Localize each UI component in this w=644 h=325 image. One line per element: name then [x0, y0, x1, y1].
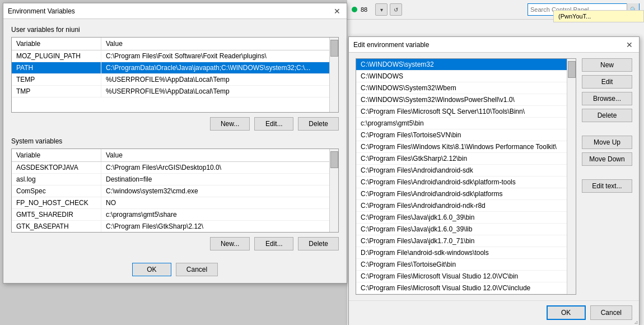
table-row[interactable]: TMP %USERPROFILE%\AppData\Local\Temp [12, 86, 329, 97]
user-edit-button[interactable]: Edit... [254, 117, 293, 131]
path-list-item[interactable]: C:\Program Files\Java\jdk1.7.0_71\bin [356, 235, 567, 247]
system-section-label: System variables [11, 137, 339, 145]
path-delete-button[interactable]: Delete [582, 109, 632, 122]
env-dialog-close-button[interactable]: ✕ [332, 6, 342, 16]
path-edit-text-button[interactable]: Edit text... [582, 179, 632, 193]
user-btn-row: New... Edit... Delete [11, 117, 339, 131]
path-edit-button[interactable]: Edit [582, 75, 632, 89]
table-row[interactable]: GMT5_SHAREDIR c:\programs\gmt5\share [12, 209, 329, 221]
system-table-scrollbar[interactable] [329, 149, 338, 232]
env-cancel-button[interactable]: Cancel [176, 263, 218, 276]
user-variables-table: Variable Value MOZ_PLUGIN_PATH C:\Progra… [11, 37, 339, 113]
path-list-item[interactable]: C:\Program Files\Android\android-sdk\pla… [356, 177, 567, 188]
edit-cancel-button[interactable]: Cancel [590, 305, 632, 320]
path-list-item[interactable]: C:\Program Files\Java\jdk1.6.0_39\bin [356, 212, 567, 224]
var-value: C:\Program Files\GtkSharp\2.12\ [101, 221, 329, 232]
var-name: TMP [12, 86, 101, 97]
table-row[interactable]: GTK_BASEPATH C:\Program Files\GtkSharp\2… [12, 221, 329, 232]
path-list-scrollbar-thumb [568, 61, 576, 78]
var-value: C:\ProgramData\Oracle\Java\javapath;C:\W… [101, 62, 329, 73]
var-value: C:\Program Files\Foxit Software\Foxit Re… [101, 50, 329, 62]
resize-handle[interactable]: ⊿ [630, 317, 639, 325]
user-col-variable: Variable [12, 38, 101, 50]
path-list-item[interactable]: C:\WINDOWS\system32 [356, 59, 567, 71]
table-row[interactable]: TEMP %USERPROFILE%\AppData\Local\Temp [12, 74, 329, 86]
path-list-item[interactable]: C:\Program Files\Microsoft Visual Studio… [356, 271, 567, 282]
path-list-item[interactable]: D:\Program File\android-sdk-windows\tool… [356, 247, 567, 259]
nav-dropdown-btn[interactable]: ▾ [375, 3, 388, 16]
user-table-header: Variable Value [12, 38, 329, 50]
var-name: ComSpec [12, 185, 101, 197]
table-row[interactable]: FP_NO_HOST_CHECK NO [12, 197, 329, 209]
green-status-dot [352, 7, 357, 12]
path-browse-button[interactable]: Browse... [582, 92, 632, 105]
var-name: PATH [12, 62, 101, 73]
top-number: 88 [361, 6, 367, 13]
system-new-button[interactable]: New... [210, 237, 250, 250]
path-move-down-button[interactable]: Move Down [582, 152, 632, 166]
edit-dialog-close-button[interactable]: ✕ [624, 40, 634, 50]
table-row[interactable]: asl.log Destination=file [12, 174, 329, 185]
path-list-wrapper: C:\WINDOWS\system32 C:\WINDOWS C:\WINDOW… [356, 58, 576, 295]
var-name: GTK_BASEPATH [12, 221, 101, 232]
user-delete-button[interactable]: Delete [298, 117, 339, 131]
table-row[interactable]: AGSDESKTOPJAVA C:\Program Files\ArcGIS\D… [12, 162, 329, 174]
path-list-item[interactable]: c:\programs\gmt5\bin [356, 118, 567, 129]
system-edit-button[interactable]: Edit... [254, 237, 293, 250]
system-table-body: AGSDESKTOPJAVA C:\Program Files\ArcGIS\D… [12, 162, 329, 232]
path-list-item[interactable]: C:\Program Files\TortoiseSVN\bin [356, 129, 567, 141]
system-delete-button[interactable]: Delete [298, 237, 339, 250]
pwnout-bar: (PwnYouT... [553, 10, 644, 22]
user-new-button[interactable]: New... [210, 117, 250, 131]
path-list-item[interactable]: C:\Program Files\Windows Kits\8.1\Window… [356, 141, 567, 153]
var-value: %USERPROFILE%\AppData\Local\Temp [101, 86, 329, 97]
path-list-item[interactable]: C:\WINDOWS [356, 71, 567, 82]
user-table-body: MOZ_PLUGIN_PATH C:\Program Files\Foxit S… [12, 50, 329, 112]
var-name: MOZ_PLUGIN_PATH [12, 50, 101, 62]
env-dialog-title: Environment Variables [8, 7, 330, 15]
var-value: %USERPROFILE%\AppData\Local\Temp [101, 74, 329, 85]
edit-dialog-title: Edit environment variable [353, 41, 622, 49]
table-row[interactable]: PATH C:\ProgramData\Oracle\Java\javapath… [12, 62, 329, 74]
path-list-item[interactable]: C:\Program Files\Microsoft Visual Studio… [356, 282, 567, 294]
path-list-item[interactable]: C:\Program Files\TortoiseGit\bin [356, 259, 567, 271]
nav-refresh-btn[interactable]: ↺ [390, 3, 402, 16]
env-variables-dialog: Environment Variables ✕ User variables f… [3, 3, 347, 284]
edit-dialog-content: C:\WINDOWS\system32 C:\WINDOWS C:\WINDOW… [349, 53, 639, 300]
edit-ok-button[interactable]: OK [547, 305, 586, 320]
path-list-item[interactable]: C:\Program Files\Java\jdk1.6.0_39\lib [356, 224, 567, 235]
path-list-item[interactable]: C:\Program Files\Android\android-sdk\pla… [356, 188, 567, 200]
var-value: c:\programs\gmt5\share [101, 209, 329, 220]
table-row[interactable]: ComSpec C:\windows\system32\cmd.exe [12, 185, 329, 197]
system-table-header: Variable Value [12, 149, 329, 162]
user-scrollbar-thumb [330, 40, 338, 57]
var-name: TEMP [12, 74, 101, 85]
env-dialog-titlebar: Environment Variables ✕ [3, 3, 347, 19]
path-new-button[interactable]: New [582, 58, 632, 72]
table-row[interactable]: MOZ_PLUGIN_PATH C:\Program Files\Foxit S… [12, 50, 329, 62]
path-list-item[interactable]: C:\Program Files\Android\android-ndk-r8d [356, 200, 567, 212]
path-list-scrollbar[interactable] [567, 59, 576, 294]
path-move-up-button[interactable]: Move Up [582, 136, 632, 149]
var-value: NO [101, 197, 329, 208]
path-list-item[interactable]: C:\Program Files\GtkSharp\2.12\bin [356, 153, 567, 165]
edit-env-dialog: Edit environment variable ✕ C:\WINDOWS\s… [348, 36, 640, 325]
path-list-item[interactable]: C:\WINDOWS\System32\WindowsPowerShell\v1… [356, 94, 567, 106]
path-list[interactable]: C:\WINDOWS\system32 C:\WINDOWS C:\WINDOW… [356, 59, 567, 294]
var-name: asl.log [12, 174, 101, 185]
edit-dialog-footer: OK Cancel [349, 300, 639, 325]
env-dialog-footer: OK Cancel [3, 257, 347, 283]
env-ok-button[interactable]: OK [132, 263, 171, 276]
path-list-item[interactable]: C:\Program Files\Android\android-sdk [356, 165, 567, 177]
var-value: C:\windows\system32\cmd.exe [101, 185, 329, 197]
var-name: GMT5_SHAREDIR [12, 209, 101, 220]
user-table-scrollbar[interactable] [329, 38, 338, 112]
pwnout-label: (PwnYouT... [558, 13, 591, 20]
path-list-item[interactable]: C:\WINDOWS\System32\Wbem [356, 82, 567, 94]
edit-dialog-titlebar: Edit environment variable ✕ [349, 37, 639, 53]
user-section-label: User variables for niuni [11, 26, 339, 34]
system-scrollbar-thumb [330, 151, 338, 168]
var-value: C:\Program Files\ArcGIS\Desktop10.0\ [101, 162, 329, 173]
path-list-item[interactable]: C:\Program Files\Microsoft SQL Server\11… [356, 106, 567, 118]
var-name: FP_NO_HOST_CHECK [12, 197, 101, 208]
